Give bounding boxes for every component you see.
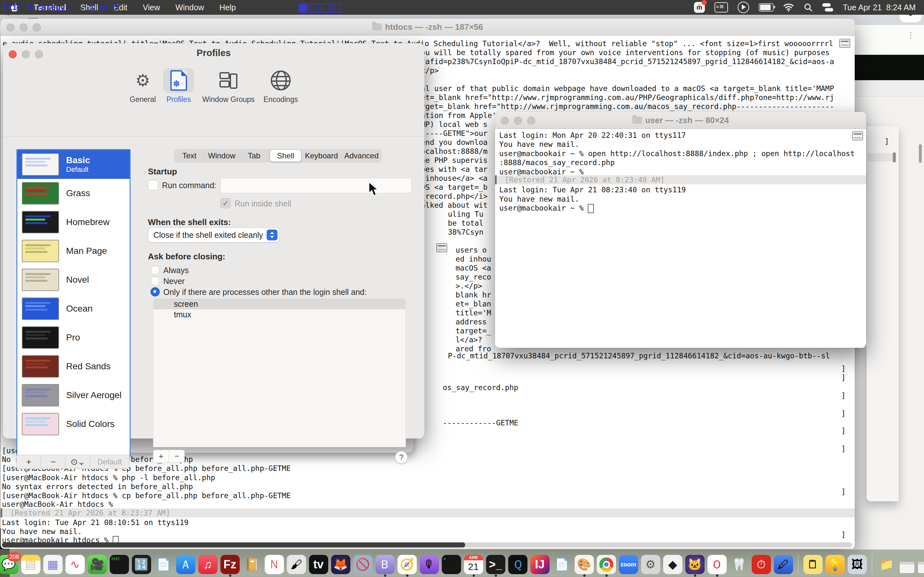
battery-icon[interactable] xyxy=(759,3,774,11)
tab-text[interactable]: Text xyxy=(174,151,205,160)
process-list[interactable]: screentmux xyxy=(153,298,406,447)
dock-exec-app[interactable]: EXEC xyxy=(110,555,129,574)
dock-document[interactable]: 📄 xyxy=(552,555,572,574)
dock-messages[interactable]: 💬208 xyxy=(0,555,18,574)
screen-record-icon[interactable] xyxy=(738,2,749,13)
dock-safari[interactable]: 🧭 xyxy=(397,555,417,574)
app-notification-icon[interactable]: m̈ xyxy=(694,2,705,13)
wifi-icon[interactable] xyxy=(783,3,794,11)
dock-apple-music[interactable]: ♫ xyxy=(198,555,218,574)
dock-filezilla[interactable]: Fz xyxy=(220,555,240,574)
dock-cat-app[interactable]: 🐱 xyxy=(685,555,704,574)
radio-always[interactable] xyxy=(150,266,160,275)
zoom-button[interactable] xyxy=(33,23,41,31)
profile-item-basic[interactable]: BasicDefault xyxy=(17,150,129,179)
dock-inkscape[interactable]: ◆ xyxy=(663,555,682,574)
dock-settings-gear[interactable]: ⚙ xyxy=(641,555,660,574)
shell-exits-dropdown[interactable]: Close if the shell exited cleanly xyxy=(148,227,279,242)
minimized-window-1[interactable] xyxy=(899,561,915,574)
tab-tab[interactable]: Tab xyxy=(239,151,270,160)
dock-downloads-folder[interactable]: 📁 xyxy=(877,555,897,574)
minimized-window-2[interactable] xyxy=(918,561,924,574)
add-profile-button[interactable]: + xyxy=(17,455,41,469)
profile-list[interactable]: BasicDefaultGrassHomebrewMan PageNovelOc… xyxy=(16,149,131,456)
remove-profile-button[interactable]: − xyxy=(41,455,65,469)
toolbar-item-profiles[interactable]: Profiles xyxy=(150,68,208,104)
dock-intellij-idea[interactable]: IJ xyxy=(530,555,549,574)
profile-item-silver-aerogel[interactable]: Silver Aerogel xyxy=(17,381,129,410)
tab-window[interactable]: Window xyxy=(205,151,238,160)
dock-opera[interactable]: Ｏ xyxy=(708,555,727,574)
scrollbar-thumb[interactable] xyxy=(919,144,922,163)
horizontal-scrollbar[interactable] xyxy=(2,542,852,548)
horizontal-scrollbar-thumb[interactable] xyxy=(2,542,465,548)
user-terminal-window[interactable]: user — -zsh — 80×24 Last login: Mon Apr … xyxy=(495,112,866,348)
terminal-preferences-window[interactable]: Profiles ⚙GeneralProfilesWindow GroupsEn… xyxy=(3,43,425,438)
profile-item-solid-colors[interactable]: Solid Colors xyxy=(17,410,129,438)
menu-item-view[interactable]: View xyxy=(143,3,160,12)
menu-bar-clock[interactable]: Tue Apr 21 8:24 AM xyxy=(843,3,916,12)
dock-grapher[interactable]: ∿ xyxy=(65,555,85,574)
dock-bbedit[interactable]: Ｂ xyxy=(375,555,395,574)
dock-stickies[interactable]: 🗒 xyxy=(803,555,822,574)
dock-terminal-green[interactable]: ≋ xyxy=(442,555,461,574)
dock-terminal[interactable]: >_ xyxy=(486,555,505,574)
scrollbar-thumb[interactable] xyxy=(893,153,896,162)
dock-contacts-book[interactable]: 📔 xyxy=(242,555,262,574)
zoom-button[interactable] xyxy=(527,117,535,125)
dock-app-store[interactable]: Ａ xyxy=(176,555,195,574)
dock-zoom[interactable]: zoom xyxy=(619,555,638,574)
profile-item-novel[interactable]: Novel xyxy=(17,266,129,294)
dock-news[interactable]: Ｎ xyxy=(265,555,284,574)
dock-bulb-app[interactable]: 💡 xyxy=(825,555,845,574)
close-button[interactable] xyxy=(501,117,509,125)
tab-advanced[interactable]: Advanced xyxy=(341,151,382,160)
dock-textedit[interactable]: 📄 xyxy=(154,555,173,574)
user-titlebar[interactable]: user — -zsh — 80×24 xyxy=(495,112,866,129)
help-button[interactable]: ? xyxy=(395,451,408,464)
minimize-button[interactable] xyxy=(19,23,27,31)
dock-chrome[interactable] xyxy=(597,555,616,574)
more-menu-icon[interactable]: ⋮ xyxy=(907,33,915,37)
add-process-button[interactable]: + xyxy=(153,450,169,463)
dock-apple-tv[interactable]: tv xyxy=(309,555,328,574)
dock-minimized-photo[interactable]: 🖼 xyxy=(848,555,867,574)
dock-gimp[interactable]: 🖌 xyxy=(287,555,306,574)
profile-item-pro[interactable]: Pro xyxy=(17,323,129,352)
process-row-screen[interactable]: screen xyxy=(153,299,405,309)
close-button[interactable] xyxy=(6,23,15,31)
profile-actions-menu[interactable]: ⊙⌄ xyxy=(66,455,90,469)
control-center-icon[interactable] xyxy=(822,3,833,12)
dock-pen-app[interactable]: 🖊 xyxy=(774,555,793,574)
toolbar-item-window-groups[interactable]: Window Groups xyxy=(200,68,257,104)
remove-process-button[interactable]: − xyxy=(169,450,185,463)
dock-launchpad[interactable]: ▦ xyxy=(43,555,63,574)
htdocs-titlebar[interactable]: htdocs — -zsh — 187×56 xyxy=(1,19,855,35)
keyboard-icon[interactable] xyxy=(714,2,728,13)
tab-shell[interactable]: Shell xyxy=(270,150,301,161)
dock-notes[interactable]: ▤ xyxy=(21,555,40,574)
profile-item-ocean[interactable]: Ocean xyxy=(17,294,129,323)
profile-item-homebrew[interactable]: Homebrew xyxy=(17,208,129,237)
radio-never[interactable] xyxy=(150,276,160,285)
menu-item-help[interactable]: Help xyxy=(220,3,236,12)
menu-item-window[interactable]: Window xyxy=(176,3,204,12)
run-command-checkbox[interactable] xyxy=(148,180,158,190)
dock-blocked-app[interactable]: 🚫 xyxy=(353,555,373,574)
toolbar-item-encodings[interactable]: Encodings xyxy=(252,68,310,104)
process-row-tmux[interactable]: tmux xyxy=(153,309,405,320)
tab-keyboard[interactable]: Keyboard xyxy=(302,151,341,160)
dock-tooth-app[interactable]: 🦷 xyxy=(730,555,749,574)
radio-only[interactable] xyxy=(150,287,160,297)
run-command-input[interactable] xyxy=(220,178,412,193)
profile-item-man-page[interactable]: Man Page xyxy=(17,237,129,266)
dock-calculator[interactable]: 🔢 xyxy=(132,555,151,574)
traffic-lights[interactable] xyxy=(6,23,41,31)
dock-calendar[interactable]: APR21 xyxy=(464,555,483,574)
traffic-lights[interactable] xyxy=(501,117,535,125)
dock-quicktime[interactable]: Ｑ xyxy=(508,555,527,574)
profile-item-red-sands[interactable]: Red Sands xyxy=(17,352,129,381)
dock-facetime[interactable]: 🎥 xyxy=(87,555,107,574)
dock-podcasts[interactable]: 🎙 xyxy=(420,555,439,574)
dock-paint-palette[interactable]: 🎨 xyxy=(575,555,594,574)
